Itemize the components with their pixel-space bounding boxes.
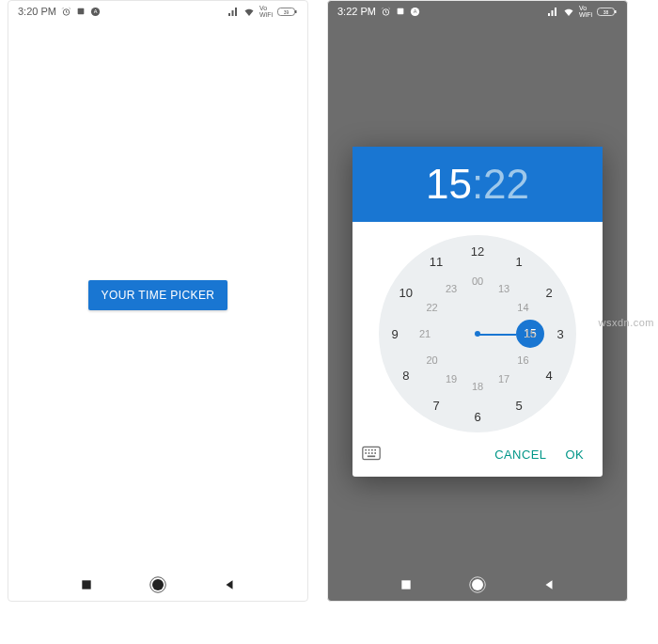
wifi-icon — [563, 7, 574, 16]
nav-back-icon[interactable] — [542, 578, 556, 591]
svg-rect-20 — [371, 448, 373, 450]
svg-rect-7 — [82, 580, 90, 589]
your-time-picker-button[interactable]: YOUR TIME PICKER — [88, 280, 228, 310]
clock-hour-18[interactable]: 18 — [467, 376, 488, 397]
phone-left: 3:20 PM A VoWiFi — [8, 0, 308, 602]
svg-rect-27 — [401, 580, 410, 589]
svg-rect-11 — [398, 8, 404, 15]
signal-icon — [227, 7, 239, 16]
clock-hour-11[interactable]: 11 — [426, 252, 446, 273]
selected-minute[interactable]: 22 — [483, 161, 529, 207]
clock-face[interactable]: 15 1212345678910110013141516171819202122… — [379, 235, 576, 432]
clock-hour-19[interactable]: 19 — [441, 369, 462, 389]
svg-rect-5 — [295, 10, 297, 13]
clock-hour-15[interactable]: 15 — [520, 323, 540, 344]
clock-hour-14[interactable]: 14 — [512, 297, 533, 318]
nav-recent-icon[interactable] — [400, 578, 413, 591]
nav-recent-icon[interactable] — [80, 578, 93, 591]
clock-hour-3[interactable]: 3 — [550, 323, 571, 344]
status-time: 3:22 PM — [337, 6, 376, 17]
clock-center-icon — [475, 331, 480, 337]
cancel-button[interactable]: CANCEL — [485, 442, 556, 467]
time-colon: : — [472, 161, 483, 207]
battery-icon: 39 — [277, 7, 298, 17]
wifi-icon — [243, 7, 255, 16]
vowifi-icon: VoWiFi — [259, 5, 273, 18]
nav-home-icon[interactable] — [469, 576, 486, 593]
clock-hour-7[interactable]: 7 — [426, 395, 446, 416]
clock-hand — [478, 334, 516, 336]
svg-rect-19 — [368, 448, 370, 450]
status-time: 3:20 PM — [18, 6, 56, 17]
nav-bar — [8, 569, 307, 601]
clock-hour-00[interactable]: 00 — [467, 271, 488, 291]
clock-hour-10[interactable]: 10 — [396, 282, 416, 303]
clock-hour-8[interactable]: 8 — [396, 365, 416, 385]
battery-icon: 38 — [597, 7, 618, 17]
clock-hour-21[interactable]: 21 — [415, 323, 435, 344]
screen-content: YOUR TIME PICKER — [8, 22, 307, 569]
nav-bar — [328, 569, 627, 601]
clock-hour-4[interactable]: 4 — [539, 365, 559, 385]
clock-hour-9[interactable]: 9 — [384, 323, 405, 344]
square-icon — [396, 7, 405, 16]
nav-home-icon[interactable] — [149, 576, 166, 593]
dialog-header: 15:22 — [352, 147, 603, 222]
signal-icon — [547, 7, 558, 16]
time-picker-dialog: 15:22 15 1212345678910110013141516171819… — [352, 147, 603, 477]
status-bar: 3:20 PM A VoWiFi — [8, 1, 307, 22]
clock-hour-17[interactable]: 17 — [494, 369, 514, 389]
svg-rect-23 — [368, 452, 370, 454]
svg-rect-25 — [374, 452, 376, 454]
svg-rect-21 — [374, 448, 376, 450]
svg-rect-22 — [365, 452, 367, 454]
svg-text:38: 38 — [603, 8, 609, 14]
svg-rect-15 — [615, 10, 617, 13]
clock-hour-22[interactable]: 22 — [422, 297, 443, 318]
ok-button[interactable]: OK — [556, 442, 593, 467]
clock-hour-23[interactable]: 23 — [441, 278, 462, 299]
watermark: wsxdn.com — [598, 317, 654, 328]
circle-a-icon: A — [90, 7, 101, 17]
circle-a-icon: A — [410, 7, 420, 17]
selected-hour[interactable]: 15 — [426, 161, 472, 207]
alarm-icon — [61, 7, 71, 17]
clock-hour-1[interactable]: 1 — [509, 252, 529, 273]
svg-rect-18 — [365, 448, 367, 450]
svg-rect-1 — [78, 8, 85, 15]
svg-rect-26 — [368, 455, 375, 457]
square-icon — [76, 7, 86, 16]
alarm-icon — [381, 7, 391, 17]
clock-hour-2[interactable]: 2 — [539, 282, 559, 303]
keyboard-icon[interactable] — [362, 446, 381, 464]
clock-hour-12[interactable]: 12 — [467, 241, 488, 261]
svg-point-8 — [152, 579, 164, 590]
clock-hour-5[interactable]: 5 — [509, 395, 529, 416]
svg-point-28 — [472, 579, 483, 590]
svg-text:A: A — [94, 8, 98, 14]
clock-hour-13[interactable]: 13 — [494, 278, 514, 299]
status-bar: 3:22 PM A VoWiFi — [328, 1, 627, 22]
clock-hour-6[interactable]: 6 — [467, 406, 488, 427]
svg-rect-24 — [371, 452, 373, 454]
clock-hour-16[interactable]: 16 — [512, 350, 533, 370]
nav-back-icon[interactable] — [223, 578, 236, 591]
clock-hour-20[interactable]: 20 — [422, 350, 443, 370]
svg-text:A: A — [414, 8, 417, 14]
phone-right: 3:22 PM A VoWiFi — [327, 0, 628, 602]
vowifi-icon: VoWiFi — [579, 5, 592, 18]
svg-text:39: 39 — [284, 8, 290, 14]
